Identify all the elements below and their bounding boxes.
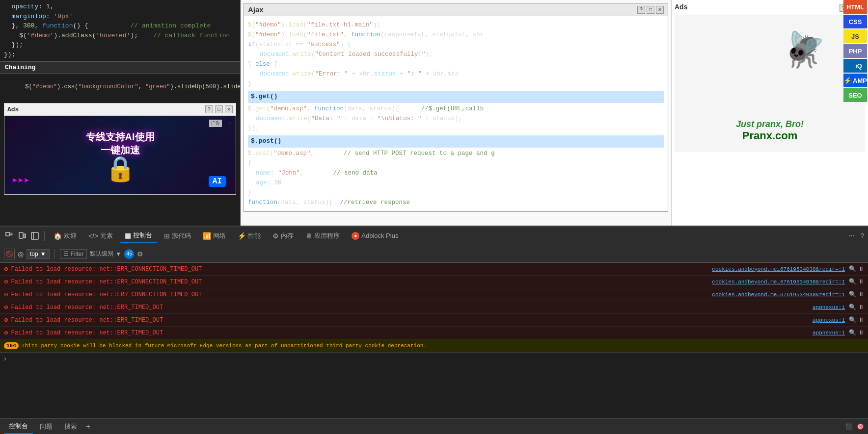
pause-icon-3[interactable]: ⏸ (858, 304, 864, 311)
warning-count-badge: 164 (4, 342, 19, 349)
elements-icon: </> (88, 232, 98, 240)
tab-adblock[interactable]: ● Adblock Plus (347, 230, 403, 242)
ajax-get-3: }); (248, 124, 664, 133)
tab-adblock-label: Adblock Plus (361, 232, 398, 239)
pause-icon-0[interactable]: ⏸ (858, 265, 864, 273)
console-inspect-btn[interactable]: ◎ (18, 250, 24, 258)
ajax-help-btn[interactable]: ? (637, 6, 645, 14)
devtools-help-btn[interactable]: ? (861, 232, 864, 239)
ajax-load-5: } else { (248, 59, 664, 69)
code-line-2: marginTop: '0px' (4, 12, 236, 22)
search-icon-1[interactable]: 🔍 (849, 278, 856, 285)
devtools: 🏠 欢迎 </> 元素 ▦ 控制台 ⊞ 源代码 📶 网络 ⚡ 性能 ⚙ 内存 🖥 (0, 226, 868, 434)
ajax-window: Ajax ? □ ✕ $("#demo").load("file.txt h1.… (244, 3, 668, 212)
tab-network-label: 网络 (213, 231, 226, 240)
error-row-5: ⊘ Failed to load resource: net::ERR_TIME… (0, 327, 868, 339)
nav-js-btn[interactable]: JS (843, 29, 867, 43)
error-link-1[interactable]: cookies.andbeyond.me…67619534038&redir=:… (712, 279, 845, 285)
ajax-post-2: { (248, 158, 664, 168)
search-icon-2[interactable]: 🔍 (849, 291, 856, 298)
devtools-inspect-btn[interactable] (4, 230, 15, 241)
left-code-panel: opacity: 1, marginTop: '0px' }, 300, fun… (0, 0, 241, 226)
ads-image-close[interactable]: ✕ (228, 120, 232, 127)
console-settings-btn[interactable]: ⚙ (137, 250, 143, 258)
ads-help-btn[interactable]: ? (205, 105, 213, 113)
console-icon: ▦ (125, 231, 131, 239)
ads-image[interactable]: 广告 ✕ 专线支持AI使用 一键加速 🔒 AI ➤➤➤ (4, 116, 236, 194)
tab-application[interactable]: 🖥 应用程序 (300, 230, 345, 242)
devtools-device-btn[interactable] (17, 230, 27, 241)
pause-icon-1[interactable]: ⏸ (858, 278, 864, 285)
bottom-tab-search[interactable]: 搜索 (59, 419, 82, 434)
devtools-toolbar: 🏠 欢迎 </> 元素 ▦ 控制台 ⊞ 源代码 📶 网络 ⚡ 性能 ⚙ 内存 🖥 (0, 227, 868, 245)
error-msg-4: Failed to load resource: net::ERR_TIMED_… (11, 317, 813, 324)
pause-icon-5[interactable]: ⏸ (858, 329, 864, 336)
tab-elements[interactable]: </> 元素 (83, 230, 118, 242)
application-icon: 🖥 (305, 232, 312, 240)
tab-console[interactable]: ▦ 控制台 (120, 229, 157, 243)
ads-close-btn[interactable]: ✕ (225, 105, 233, 113)
code-line-5: }); (4, 40, 236, 50)
nav-jq-btn[interactable]: ▶ iQ (843, 59, 867, 73)
pause-icon-4[interactable]: ⏸ (858, 316, 864, 324)
console-input[interactable] (10, 355, 864, 362)
ajax-get-1: $.get("demo.asp", function(data, status)… (248, 104, 664, 114)
warning-msg: Third-party cookie will be blocked in fu… (22, 343, 864, 349)
search-icon-3[interactable]: 🔍 (849, 304, 856, 311)
devtools-more-btn[interactable]: ⋯ (848, 232, 855, 239)
nav-amp-btn[interactable]: ⚡ AMP (843, 74, 867, 87)
error-link-0[interactable]: cookies.andbeyond.me…67619534038&redir=:… (712, 266, 845, 272)
search-icon-0[interactable]: 🔍 (849, 265, 856, 273)
bottom-tab-issues[interactable]: 问题 (35, 419, 57, 434)
ajax-get-2: document.write("Data: " + data + "\nStat… (248, 114, 664, 124)
arrow-decoration: ➤➤➤ (12, 175, 29, 187)
tab-welcome[interactable]: 🏠 欢迎 (49, 230, 81, 242)
ajax-post-1: $.post("demo.asp", // send HTTP POST req… (248, 149, 664, 158)
add-tab-btn[interactable]: + (86, 422, 90, 431)
right-ads-image-container: 🪰 Just pranx, Bro! Pranx.com (675, 15, 865, 152)
search-icon-5[interactable]: 🔍 (849, 329, 856, 336)
error-link-3[interactable]: appnexus:1 (813, 305, 845, 310)
pranx-url[interactable]: Pranx.com (736, 129, 804, 142)
tab-network[interactable]: 📶 网络 (198, 230, 231, 242)
console-sep-1 (54, 249, 55, 259)
tab-elements-label: 元素 (100, 231, 113, 240)
error-actions-5: 🔍 ⏸ (849, 329, 864, 336)
filter-input[interactable]: ☰ Filter (60, 249, 87, 259)
error-link-2[interactable]: cookies.andbeyond.me…67619534038&redir=:… (712, 292, 845, 298)
nav-html-btn[interactable]: HTML (843, 0, 867, 14)
error-msg-1: Failed to load resource: net::ERR_CONNEC… (11, 279, 712, 285)
ajax-titlebar: Ajax ? □ ✕ (244, 3, 668, 16)
tab-memory-label: 内存 (281, 231, 294, 240)
chevron-down-icon: ▼ (40, 251, 46, 257)
nav-seo-btn[interactable]: SEO (843, 88, 867, 102)
top-context-selector[interactable]: top ▼ (27, 249, 50, 259)
pause-icon-2[interactable]: ⏸ (858, 291, 864, 298)
tab-performance[interactable]: ⚡ 性能 (233, 230, 266, 242)
adblock-icon: ● (352, 232, 359, 240)
tab-application-label: 应用程序 (314, 231, 340, 240)
bottom-tab-console[interactable]: 控制台 (4, 419, 33, 434)
devtools-bottom-icon-1[interactable]: ⬛ (845, 423, 853, 430)
nav-css-btn[interactable]: CSS (843, 15, 867, 28)
devtools-panel-btn[interactable] (29, 230, 40, 241)
error-row-3: ⊘ Failed to load resource: net::ERR_TIME… (0, 301, 868, 314)
error-link-5[interactable]: appnexus:1 (813, 330, 845, 336)
console-clear-btn[interactable]: 🚫 (4, 249, 15, 259)
level-selector[interactable]: 默认级别 ▼ (90, 250, 121, 258)
ajax-load-7: } (248, 79, 664, 89)
ads-minimize-btn[interactable]: □ (215, 105, 223, 113)
devtools-bottom-icon-2[interactable]: 🎯 (857, 423, 864, 430)
error-row-4: ⊘ Failed to load resource: net::ERR_TIME… (0, 314, 868, 327)
error-actions-3: 🔍 ⏸ (849, 304, 864, 311)
tab-memory[interactable]: ⚙ 内存 (268, 230, 298, 242)
code-line-4: $('#demo').addClass('hovered'); // callb… (4, 31, 236, 41)
error-link-4[interactable]: appnexus:1 (813, 317, 845, 323)
tab-sources-label: 源代码 (172, 231, 191, 240)
search-icon-4[interactable]: 🔍 (849, 316, 856, 324)
ajax-close-btn[interactable]: ✕ (656, 6, 664, 14)
tab-sources[interactable]: ⊞ 源代码 (159, 230, 196, 242)
ajax-minimize-btn[interactable]: □ (647, 6, 654, 14)
nav-php-btn[interactable]: PHP (843, 44, 867, 58)
ads-left-controls[interactable]: ? □ ✕ (205, 105, 233, 113)
